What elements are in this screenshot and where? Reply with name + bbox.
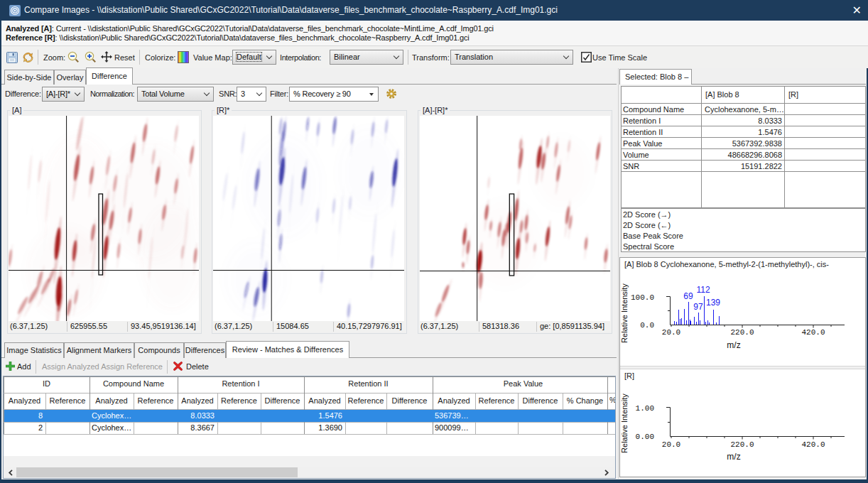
svg-text:420.0: 420.0 — [801, 440, 825, 449]
svg-text:112: 112 — [696, 285, 710, 295]
svg-text:20.0: 20.0 — [662, 440, 680, 449]
svg-text:20.0: 20.0 — [662, 328, 680, 337]
svg-text:220.0: 220.0 — [730, 440, 754, 449]
svg-text:m/z: m/z — [727, 340, 740, 350]
svg-text:100.0: 100.0 — [631, 293, 654, 302]
svg-text:97: 97 — [693, 302, 703, 312]
svg-text:0.0: 0.0 — [640, 321, 654, 330]
svg-text:420.0: 420.0 — [801, 328, 825, 337]
svg-text:1.00: 1.00 — [636, 404, 654, 413]
svg-text:m/z: m/z — [727, 452, 740, 462]
svg-text:220.0: 220.0 — [730, 328, 754, 337]
svg-text:139: 139 — [706, 298, 720, 308]
svg-text:0.00: 0.00 — [636, 433, 654, 441]
svg-text:69: 69 — [683, 291, 693, 301]
